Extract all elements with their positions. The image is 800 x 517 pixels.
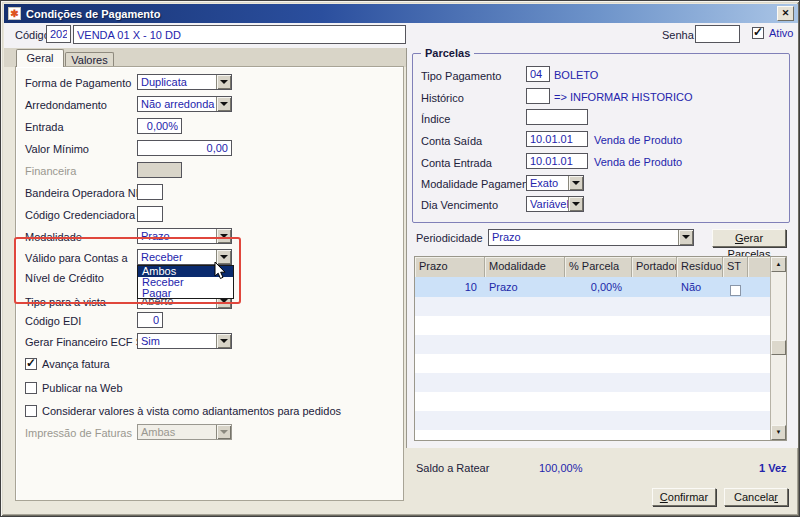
gerar-financeiro-value: Sim	[141, 335, 160, 347]
conta-entrada-desc: Venda de Produto	[594, 156, 682, 168]
valido-contas-select[interactable]: Receber	[137, 249, 232, 265]
cell-percentual: 0,00%	[565, 277, 632, 297]
dropdown-arrow-icon[interactable]	[216, 75, 231, 89]
modalidade-value: Prazo	[141, 230, 170, 242]
column-header-prazo[interactable]: Prazo	[415, 257, 485, 277]
forma-pagamento-value: Duplicata	[141, 76, 187, 88]
valor-minimo-input[interactable]	[137, 140, 232, 156]
payment-conditions-dialog: ✱ Condições de Pagamento ✕ Código Senha …	[0, 0, 800, 517]
tab-geral[interactable]: Geral	[16, 49, 64, 67]
publicar-web-label: Publicar na Web	[42, 382, 123, 394]
arredondamento-select[interactable]: Não arredonda	[137, 96, 232, 112]
dropdown-arrow-icon[interactable]	[216, 334, 231, 348]
scroll-up-icon[interactable]: ▲	[771, 257, 786, 272]
valido-contas-label: Válido para Contas a	[25, 252, 128, 264]
window-title: Condições de Pagamento	[26, 8, 160, 20]
periodicidade-label: Periodicidade	[416, 232, 483, 244]
st-checkbox-box[interactable]	[730, 285, 741, 296]
periodicidade-value: Prazo	[492, 231, 521, 243]
cancelar-pre: Cancela	[734, 491, 774, 503]
bandeira-operadora-input[interactable]	[137, 184, 163, 200]
dropdown-arrow-icon[interactable]	[678, 230, 693, 245]
periodicidade-select[interactable]: Prazo	[488, 229, 694, 246]
title-bar[interactable]: ✱ Condições de Pagamento ✕	[4, 4, 798, 23]
gerar-parcelas-button[interactable]: Gerar Parcelas	[712, 229, 786, 247]
descricao-input[interactable]	[73, 25, 406, 44]
codigo-credenciadora-input[interactable]	[137, 206, 163, 222]
cell-modalidade: Prazo	[485, 277, 565, 297]
senha-input[interactable]	[695, 25, 740, 43]
cell-portador	[632, 277, 677, 297]
dropdown-arrow-icon[interactable]	[568, 197, 583, 211]
historico-input[interactable]	[526, 88, 550, 104]
app-icon: ✱	[8, 7, 21, 20]
column-header-modalidade[interactable]: Modalidade	[485, 257, 565, 277]
tipo-pagamento-desc: BOLETO	[554, 69, 598, 81]
tab-valores[interactable]: Valores	[65, 52, 114, 67]
considerar-valores-checkbox[interactable]: Considerar valores à vista como adiantam…	[25, 405, 341, 417]
codigo-edi-input[interactable]	[137, 312, 163, 328]
tipo-pagamento-label: Tipo Pagamento	[421, 70, 501, 82]
gerar-financeiro-select[interactable]: Sim	[137, 333, 232, 349]
senha-label: Senha	[662, 29, 694, 41]
ativo-checkbox[interactable]: Ativo	[752, 27, 793, 39]
valido-contas-value: Receber	[141, 251, 183, 263]
historico-label: Histórico	[421, 92, 464, 104]
confirmar-button[interactable]: Confirmar	[652, 488, 716, 506]
gerar-parcelas-accel: G	[735, 232, 744, 244]
parcelas-table[interactable]: Prazo Modalidade % Parcela Portador Resí…	[414, 256, 787, 441]
avanca-fatura-checkbox-box[interactable]	[25, 358, 37, 370]
table-scrollbar[interactable]: ▲ ▼	[770, 257, 786, 440]
forma-pagamento-select[interactable]: Duplicata	[137, 74, 232, 90]
conta-saida-input[interactable]	[526, 131, 588, 147]
column-header-residuo[interactable]: Resíduo	[677, 257, 723, 277]
close-icon[interactable]: ✕	[777, 6, 794, 21]
cancelar-button[interactable]: Cancelar	[724, 488, 788, 506]
avanca-fatura-checkbox[interactable]: Avança fatura	[25, 358, 110, 370]
indice-label: Índice	[421, 113, 450, 125]
conta-saida-label: Conta Saída	[421, 135, 482, 147]
modalidade-pagamento-select[interactable]: Exato	[526, 175, 584, 191]
modalidade-pagamento-value: Exato	[530, 177, 558, 189]
column-header-percentual[interactable]: % Parcela	[565, 257, 632, 277]
dropdown-arrow-icon[interactable]	[216, 250, 231, 264]
cell-st-checkbox[interactable]	[723, 277, 748, 297]
column-header-st[interactable]: ST	[723, 257, 748, 277]
table-header-row: Prazo Modalidade % Parcela Portador Resí…	[415, 257, 770, 277]
dropdown-arrow-icon[interactable]	[216, 229, 231, 243]
dia-vencimento-label: Dia Vencimento	[421, 199, 498, 211]
dropdown-option-pagar[interactable]: Pagar	[138, 288, 233, 299]
modalidade-pagamento-label: Modalidade Pagamento	[421, 178, 537, 190]
codigo-credenciadora-label: Código Credenciadora	[25, 209, 135, 221]
scroll-down-icon[interactable]: ▼	[771, 425, 786, 440]
dia-vencimento-select[interactable]: Variável	[526, 196, 584, 212]
nivel-credito-label: Nível de Crédito	[25, 272, 104, 284]
modalidade-select[interactable]: Prazo	[137, 228, 232, 244]
table-row[interactable]: 10 Prazo 0,00% Não	[415, 277, 770, 297]
table-empty-rows	[415, 297, 770, 440]
avanca-fatura-label: Avança fatura	[42, 358, 110, 370]
publicar-web-checkbox-box[interactable]	[25, 382, 37, 394]
publicar-web-checkbox[interactable]: Publicar na Web	[25, 382, 123, 394]
column-header-portador[interactable]: Portador	[632, 257, 677, 277]
dropdown-arrow-icon[interactable]	[568, 176, 583, 190]
considerar-valores-label: Considerar valores à vista como adiantam…	[42, 405, 341, 417]
vezes-value: 1 Vez	[759, 462, 787, 474]
entrada-input[interactable]	[137, 118, 182, 134]
considerar-valores-checkbox-box[interactable]	[25, 405, 37, 417]
indice-input[interactable]	[526, 109, 588, 125]
cell-residuo: Não	[677, 277, 723, 297]
codigo-input[interactable]	[46, 25, 71, 43]
saldo-ratear-value: 100,00%	[539, 462, 582, 474]
scrollbar-thumb[interactable]	[771, 340, 786, 355]
historico-desc: => INFORMAR HISTORICO	[554, 91, 693, 103]
ativo-checkbox-label: Ativo	[769, 27, 793, 39]
ativo-checkbox-box[interactable]	[752, 27, 764, 39]
dropdown-arrow-icon[interactable]	[216, 97, 231, 111]
conta-entrada-input[interactable]	[526, 153, 588, 169]
saldo-ratear-label: Saldo a Ratear	[416, 462, 489, 474]
cell-prazo: 10	[415, 277, 485, 297]
valido-contas-dropdown-list[interactable]: Ambos Receber Pagar	[137, 265, 234, 299]
valor-minimo-label: Valor Mínimo	[25, 143, 89, 155]
tipo-pagamento-input[interactable]	[526, 66, 550, 82]
